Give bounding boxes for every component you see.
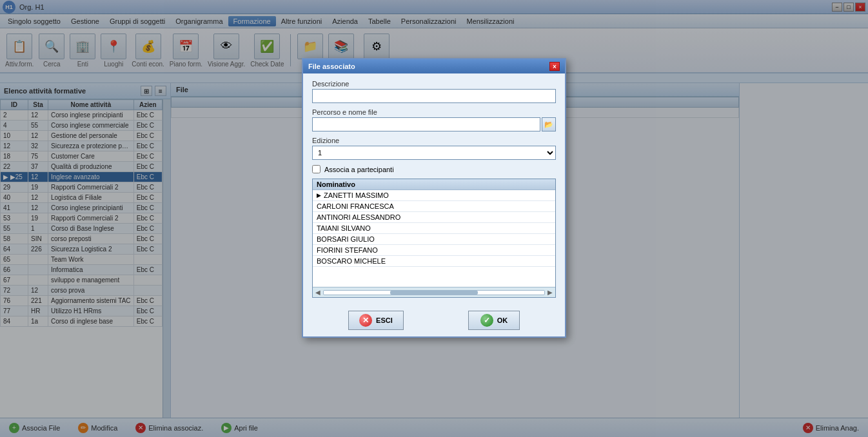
nominativo-name: CARLONI FRANCESCA — [317, 202, 394, 210]
nominativo-item[interactable]: BORSARI GIULIO — [313, 234, 555, 245]
nominativo-name: ZANETTI MASSIMO — [324, 191, 389, 199]
nominativo-item[interactable]: BOSCARO MICHELE — [313, 256, 555, 267]
input-percorso[interactable] — [312, 117, 540, 131]
nominativo-name: BOSCARO MICHELE — [317, 257, 386, 265]
file-associato-modal: File associato × Descrizione Percorso e … — [302, 58, 566, 338]
esci-icon: ✕ — [359, 314, 372, 327]
checkbox-row: Associa a partecipanti — [312, 165, 556, 173]
horizontal-scrollbar[interactable] — [323, 290, 545, 295]
nominativo-section: Nominativo ZANETTI MASSIMOCARLONI FRANCE… — [312, 179, 556, 298]
nominativo-item[interactable]: TAIANI SILVANO — [313, 223, 555, 234]
nominativo-item[interactable]: FIORINI STEFANO — [313, 245, 555, 256]
btn-esci[interactable]: ✕ ESCI — [348, 311, 404, 330]
form-group-descrizione: Descrizione — [312, 80, 556, 103]
nominativo-name: TAIANI SILVANO — [317, 224, 371, 232]
modal-title-bar: File associato × — [303, 59, 565, 73]
nominativo-name: BORSARI GIULIO — [317, 235, 375, 243]
nominativo-list[interactable]: ZANETTI MASSIMOCARLONI FRANCESCAANTINORI… — [313, 190, 555, 287]
checkbox-associa[interactable] — [312, 165, 321, 173]
nominativo-item[interactable]: ZANETTI MASSIMO — [313, 190, 555, 201]
ok-icon: ✓ — [480, 314, 493, 327]
browse-btn[interactable]: 📂 — [542, 117, 556, 131]
select-edizione[interactable]: 1 2 3 — [312, 146, 556, 160]
label-percorso: Percorso e nome file — [312, 108, 556, 116]
modal-buttons: ✕ ESCI ✓ OK — [303, 304, 565, 336]
form-group-edizione: Edizione 1 2 3 — [312, 137, 556, 160]
modal-title: File associato — [308, 63, 355, 70]
modal-body: Descrizione Percorso e nome file 📂 Edizi… — [303, 73, 565, 304]
label-edizione: Edizione — [312, 137, 556, 144]
modal-overlay: File associato × Descrizione Percorso e … — [0, 0, 868, 437]
scroll-thumb — [390, 291, 478, 295]
btn-ok[interactable]: ✓ OK — [468, 311, 520, 330]
label-descrizione: Descrizione — [312, 80, 556, 88]
nominativo-name: ANTINORI ALESSANDRO — [317, 213, 400, 221]
nominativo-item[interactable]: ANTINORI ALESSANDRO — [313, 212, 555, 223]
nominativo-header: Nominativo — [313, 179, 555, 190]
checkbox-label: Associa a partecipanti — [324, 166, 394, 173]
form-group-percorso: Percorso e nome file 📂 — [312, 108, 556, 131]
nominativo-scrollbar: ◀ ▶ — [313, 287, 555, 297]
nominativo-item[interactable]: CARLONI FRANCESCA — [313, 201, 555, 212]
modal-close-btn[interactable]: × — [549, 62, 560, 71]
input-descrizione[interactable] — [312, 89, 556, 103]
nominativo-name: FIORINI STEFANO — [317, 246, 378, 254]
ok-label: OK — [497, 316, 508, 324]
esci-label: ESCI — [376, 316, 393, 324]
percorso-input-group: 📂 — [312, 117, 556, 131]
